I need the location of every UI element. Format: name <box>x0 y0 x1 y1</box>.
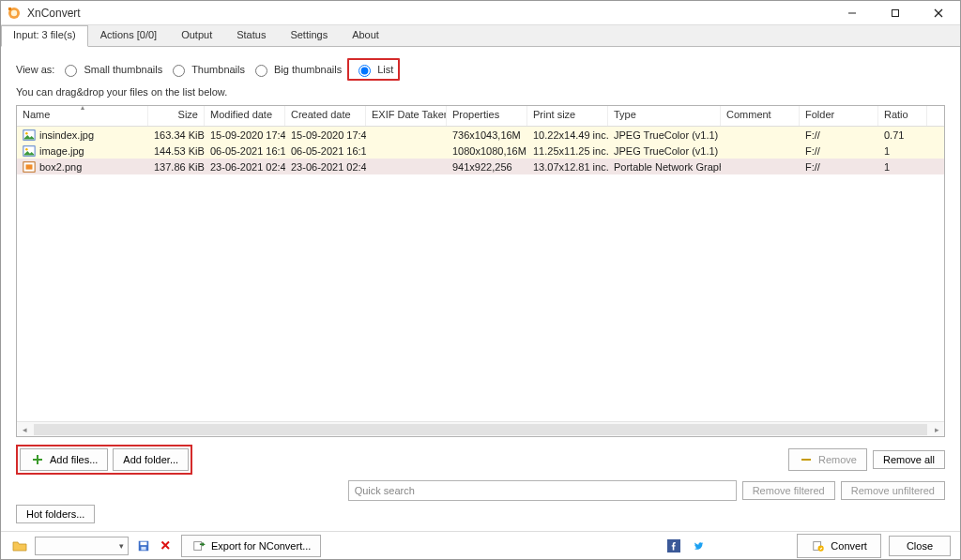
minus-icon <box>799 452 814 467</box>
hot-folders-row: Hot folders... <box>16 505 945 523</box>
horizontal-scrollbar[interactable]: ◂ ▸ <box>17 421 944 436</box>
view-radio-thumbnails[interactable]: Thumbnails <box>168 62 245 77</box>
file-list-rows[interactable]: insindex.jpg163.34 KiB15-09-2020 17:4...… <box>17 127 944 421</box>
tab-status[interactable]: Status <box>224 25 278 46</box>
scroll-left-icon[interactable]: ◂ <box>17 422 32 437</box>
social-icons <box>328 538 706 553</box>
add-folder-button[interactable]: Add folder... <box>113 448 189 471</box>
view-as-row: View as: Small thumbnails Thumbnails Big… <box>16 58 945 81</box>
file-list-header: ▴ Name Size Modified date Created date E… <box>17 106 944 127</box>
svg-rect-15 <box>801 459 811 461</box>
header-name[interactable]: ▴ Name <box>17 106 148 126</box>
header-size[interactable]: Size <box>148 106 205 126</box>
plus-icon <box>30 452 45 467</box>
folder-open-icon[interactable] <box>12 538 27 553</box>
file-name: box2.png <box>39 161 82 173</box>
tab-output[interactable]: Output <box>169 25 224 46</box>
maximize-button[interactable] <box>874 1 917 24</box>
cell-size: 137.86 KiB <box>148 161 205 173</box>
twitter-icon[interactable] <box>691 538 706 553</box>
cell-folder: F:// <box>800 129 878 141</box>
titlebar: XnConvert <box>1 1 960 25</box>
svg-point-8 <box>25 132 27 134</box>
view-radio-big-thumbnails[interactable]: Big thumbnails <box>251 62 342 77</box>
add-files-button[interactable]: Add files... <box>20 448 108 471</box>
cell-modified: 23-06-2021 02:4... <box>205 161 285 173</box>
header-modified[interactable]: Modified date <box>205 106 285 126</box>
file-icon <box>23 129 36 142</box>
file-name: insindex.jpg <box>39 129 94 141</box>
cell-type: JPEG TrueColor (v1.1) <box>608 129 721 141</box>
header-created[interactable]: Created date <box>285 106 366 126</box>
cell-modified: 06-05-2021 16:1... <box>205 145 285 157</box>
header-properties[interactable]: Properties <box>447 106 527 126</box>
hot-folders-button[interactable]: Hot folders... <box>16 505 95 523</box>
svg-rect-17 <box>141 541 147 545</box>
svg-point-10 <box>25 148 27 150</box>
cell-created: 15-09-2020 17:4... <box>285 129 366 141</box>
header-folder[interactable]: Folder <box>800 106 878 126</box>
remove-button[interactable]: Remove <box>788 448 867 471</box>
tab-input[interactable]: Input: 3 file(s) <box>1 25 88 47</box>
dragdrop-hint: You can drag&drop your files on the list… <box>16 86 945 98</box>
svg-rect-18 <box>141 546 145 550</box>
window-buttons <box>831 1 960 24</box>
svg-rect-21 <box>194 541 202 550</box>
remove-all-button[interactable]: Remove all <box>873 450 945 469</box>
tab-settings[interactable]: Settings <box>278 25 340 46</box>
tab-actions[interactable]: Actions [0/0] <box>88 25 170 46</box>
tab-body: View as: Small thumbnails Thumbnails Big… <box>1 47 960 531</box>
convert-button[interactable]: Convert <box>797 534 881 558</box>
cell-modified: 15-09-2020 17:4... <box>205 129 285 141</box>
save-icon[interactable] <box>136 538 151 553</box>
remove-filtered-button[interactable]: Remove filtered <box>742 481 835 500</box>
svg-rect-4 <box>892 9 899 16</box>
header-comment[interactable]: Comment <box>721 106 800 126</box>
delete-icon[interactable] <box>159 538 174 553</box>
cell-properties: 1080x1080,16M <box>447 145 527 157</box>
export-nconvert-button[interactable]: Export for NConvert... <box>181 535 321 557</box>
cell-folder: F:// <box>800 161 878 173</box>
view-as-label: View as: <box>16 64 54 75</box>
table-row[interactable]: box2.png137.86 KiB23-06-2021 02:4...23-0… <box>17 159 944 174</box>
window-title: XnConvert <box>27 7 831 20</box>
scroll-right-icon[interactable]: ▸ <box>929 422 944 437</box>
header-exif[interactable]: EXIF Date Taken <box>366 106 447 126</box>
cell-type: Portable Network Graphics <box>608 161 721 173</box>
chevron-down-icon: ▾ <box>119 541 124 551</box>
tab-about[interactable]: About <box>340 25 391 46</box>
facebook-icon[interactable] <box>666 538 681 553</box>
header-printsize[interactable]: Print size <box>527 106 608 126</box>
table-row[interactable]: insindex.jpg163.34 KiB15-09-2020 17:4...… <box>17 127 944 143</box>
svg-rect-2 <box>8 8 11 10</box>
table-row[interactable]: image.jpg144.53 KiB06-05-2021 16:1...06-… <box>17 143 944 159</box>
header-type[interactable]: Type <box>608 106 721 126</box>
cell-folder: F:// <box>800 145 878 157</box>
quick-search-input[interactable] <box>348 480 737 501</box>
view-radio-list[interactable]: List <box>354 62 393 77</box>
view-radio-small-thumbnails[interactable]: Small thumbnails <box>60 62 162 77</box>
bottom-bar: ▾ Export for NConvert... Conve <box>1 531 960 559</box>
file-name: image.jpg <box>39 145 84 157</box>
cell-created: 23-06-2021 02:4... <box>285 161 366 173</box>
cell-ratio: 0.71 <box>878 129 927 141</box>
svg-rect-12 <box>26 164 33 169</box>
app-icon <box>7 6 22 21</box>
cell-ratio: 1 <box>878 161 927 173</box>
cell-printsize: 13.07x12.81 inc... <box>527 161 608 173</box>
preset-dropdown[interactable]: ▾ <box>35 537 129 555</box>
close-button[interactable]: Close <box>889 536 951 556</box>
close-window-button[interactable] <box>917 1 960 24</box>
svg-point-25 <box>818 545 824 551</box>
header-ratio[interactable]: Ratio <box>878 106 927 126</box>
cell-printsize: 10.22x14.49 inc... <box>527 129 608 141</box>
export-icon <box>191 538 206 553</box>
cell-printsize: 11.25x11.25 inc... <box>527 145 608 157</box>
scroll-thumb[interactable] <box>34 424 927 435</box>
file-icon <box>23 160 36 174</box>
add-remove-row: Add files... Add folder... Remove Remove… <box>16 445 945 475</box>
minimize-button[interactable] <box>831 1 874 24</box>
cell-ratio: 1 <box>878 145 927 157</box>
remove-unfiltered-button[interactable]: Remove unfiltered <box>841 481 945 500</box>
svg-point-1 <box>11 9 17 15</box>
